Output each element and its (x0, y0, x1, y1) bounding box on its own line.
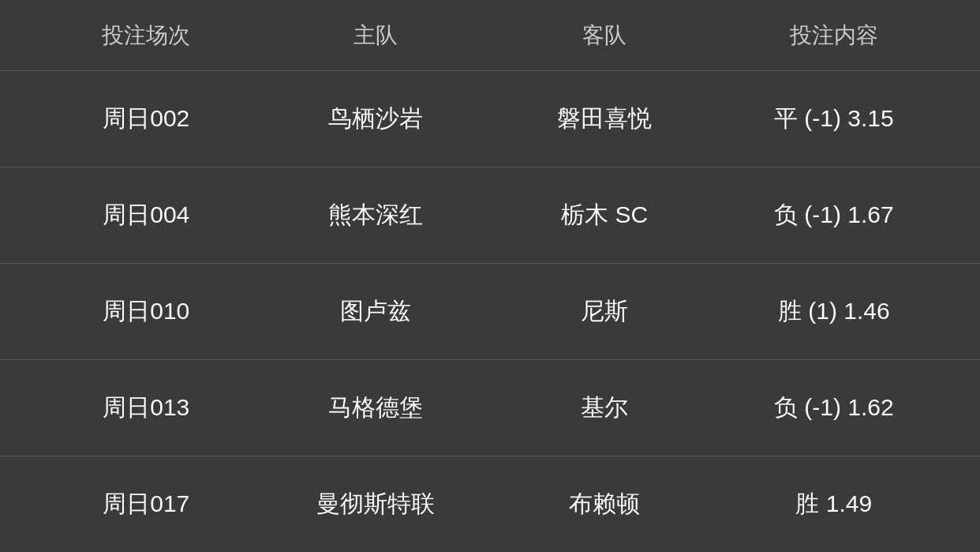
header-home: 主队 (261, 21, 491, 51)
table-row: 周日017 曼彻斯特联 布赖顿 胜 1.49 (0, 456, 980, 552)
match-id: 周日017 (32, 488, 261, 520)
header-bet: 投注内容 (720, 21, 949, 51)
table-row: 周日013 马格德堡 基尔 负 (-1) 1.62 (0, 360, 980, 456)
table-row: 周日004 熊本深红 栃木 SC 负 (-1) 1.67 (0, 167, 980, 264)
match-id: 周日002 (32, 103, 261, 135)
header-match: 投注场次 (32, 21, 261, 51)
match-id: 周日013 (32, 392, 261, 424)
match-id: 周日010 (32, 295, 261, 328)
away-team: 尼斯 (490, 295, 720, 328)
bet-content: 胜 (1) 1.46 (720, 295, 949, 328)
header-away: 客队 (490, 21, 720, 51)
bet-content: 负 (-1) 1.62 (720, 392, 949, 424)
away-team: 基尔 (490, 392, 720, 424)
home-team: 鸟栖沙岩 (261, 103, 491, 135)
home-team: 熊本深红 (261, 199, 491, 231)
home-team: 图卢兹 (261, 295, 491, 328)
home-team: 马格德堡 (261, 392, 491, 424)
table-row: 周日010 图卢兹 尼斯 胜 (1) 1.46 (0, 264, 980, 360)
home-team: 曼彻斯特联 (261, 488, 491, 520)
table-body: 周日002 鸟栖沙岩 磐田喜悦 平 (-1) 3.15 周日004 熊本深红 栃… (0, 71, 980, 552)
bet-content: 胜 1.49 (720, 488, 949, 520)
betting-table: 投注场次 主队 客队 投注内容 周日002 鸟栖沙岩 磐田喜悦 平 (-1) 3… (0, 0, 980, 552)
table-header: 投注场次 主队 客队 投注内容 (0, 0, 980, 71)
away-team: 布赖顿 (490, 488, 720, 520)
bet-content: 平 (-1) 3.15 (720, 103, 949, 135)
match-id: 周日004 (32, 199, 261, 231)
bet-content: 负 (-1) 1.67 (720, 199, 949, 231)
away-team: 磐田喜悦 (490, 103, 720, 135)
away-team: 栃木 SC (490, 199, 720, 231)
table-row: 周日002 鸟栖沙岩 磐田喜悦 平 (-1) 3.15 (0, 71, 980, 167)
